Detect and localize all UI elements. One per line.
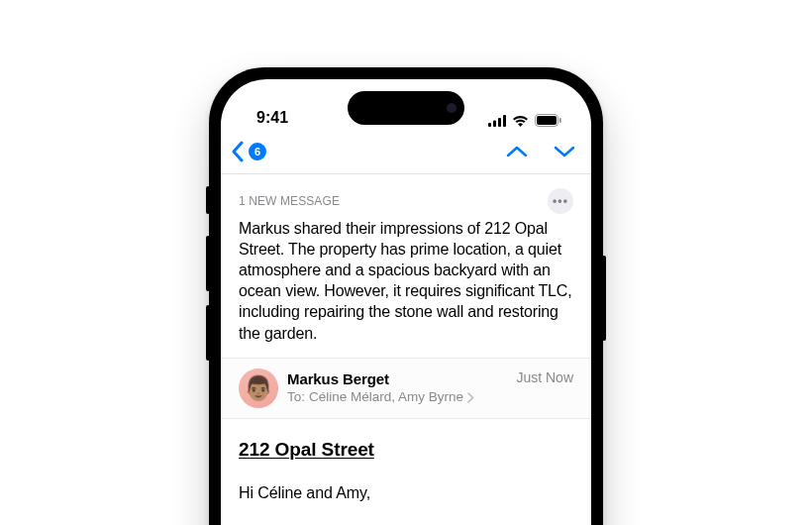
front-camera [447, 103, 457, 113]
dynamic-island [348, 91, 464, 125]
svg-rect-0 [488, 123, 491, 127]
more-options-button[interactable]: ••• [548, 188, 573, 214]
svg-rect-6 [559, 118, 561, 123]
next-message-button[interactable] [554, 145, 575, 158]
nav-arrows [506, 145, 575, 158]
svg-rect-3 [503, 115, 506, 127]
power-button [602, 256, 606, 341]
recipients: Céline Mélard, Amy Byrne [309, 389, 463, 406]
svg-rect-5 [537, 116, 557, 125]
screen: 9:41 [221, 79, 591, 525]
email-body: 212 Opal Street Hi Céline and Amy, I've … [221, 419, 591, 525]
timestamp: Just Now [516, 369, 573, 385]
chevron-right-icon [467, 392, 474, 403]
ellipsis-icon: ••• [553, 194, 568, 208]
to-label: To: [287, 389, 305, 406]
phone-frame: 9:41 [209, 67, 603, 525]
summary-header: 1 NEW MESSAGE ••• [239, 188, 573, 214]
chevron-left-icon [231, 141, 245, 162]
battery-icon [535, 114, 561, 127]
email-greeting: Hi Céline and Amy, [239, 482, 573, 505]
cellular-signal-icon [488, 115, 506, 127]
email-subject: 212 Opal Street [239, 439, 573, 461]
previous-message-button[interactable] [506, 145, 528, 158]
sender-avatar: 👨🏽 [239, 368, 278, 408]
sender-info: Markus Berget To: Céline Mélard, Amy Byr… [287, 370, 507, 406]
summary-text: Markus shared their impressions of 212 O… [239, 218, 573, 344]
svg-rect-1 [493, 120, 496, 127]
volume-down-button [206, 305, 210, 361]
status-icons [488, 114, 561, 127]
ringer-switch [206, 186, 210, 214]
content-area: 1 NEW MESSAGE ••• Markus shared their im… [221, 174, 591, 525]
back-button[interactable]: 6 [231, 141, 266, 162]
unread-count-badge: 6 [249, 143, 266, 160]
message-summary-section: 1 NEW MESSAGE ••• Markus shared their im… [221, 174, 591, 358]
sender-name: Markus Berget [287, 370, 507, 389]
avatar-memoji: 👨🏽 [244, 374, 273, 402]
summary-label: 1 NEW MESSAGE [239, 194, 340, 208]
sender-card[interactable]: 👨🏽 Markus Berget To: Céline Mélard, Amy … [221, 358, 591, 419]
recipients-row[interactable]: To: Céline Mélard, Amy Byrne [287, 389, 507, 406]
status-time: 9:41 [256, 109, 288, 127]
volume-up-button [206, 236, 210, 291]
nav-bar: 6 [221, 133, 591, 174]
wifi-icon [512, 115, 529, 127]
svg-rect-2 [498, 118, 501, 127]
